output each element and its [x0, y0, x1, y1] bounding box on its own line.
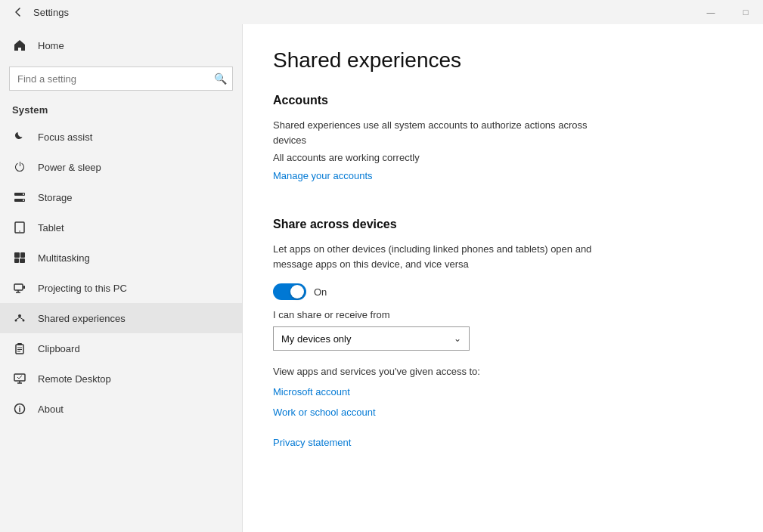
- sidebar-item-remote-desktop[interactable]: Remote Desktop: [0, 363, 242, 394]
- remote-icon: [12, 371, 27, 386]
- svg-line-17: [16, 317, 20, 320]
- share-from-label: I can share or receive from: [273, 309, 733, 320]
- sidebar-item-storage-label: Storage: [38, 192, 73, 203]
- share-toggle[interactable]: [273, 283, 306, 300]
- minimize-button[interactable]: —: [693, 0, 728, 24]
- sidebar-item-projecting-label: Projecting to this PC: [38, 283, 127, 294]
- microsoft-account-link[interactable]: Microsoft account: [273, 386, 733, 397]
- back-button[interactable]: [6, 0, 30, 24]
- shared-icon: [12, 311, 27, 326]
- sidebar-item-focus-assist-label: Focus assist: [38, 131, 92, 143]
- info-icon: [12, 401, 27, 416]
- tablet-icon: [12, 220, 27, 235]
- chevron-down-icon: ⌄: [454, 333, 461, 344]
- sidebar-item-home[interactable]: Home: [0, 30, 242, 60]
- clipboard-icon: [12, 341, 27, 356]
- sidebar: Home 🔍 System Focus assist Power & sleep: [0, 24, 242, 532]
- sidebar-item-home-label: Home: [38, 40, 64, 51]
- svg-rect-7: [20, 252, 25, 258]
- power-icon: [12, 159, 27, 175]
- accounts-section: Accounts Shared experiences use all syst…: [273, 94, 733, 200]
- moon-icon: [12, 129, 27, 144]
- sidebar-item-shared-experiences-label: Shared experiences: [38, 313, 126, 324]
- search-input[interactable]: [9, 66, 233, 91]
- svg-point-5: [19, 230, 20, 232]
- share-desc: Let apps on other devices (including lin…: [273, 242, 606, 271]
- dropdown-value: My devices only: [281, 333, 351, 345]
- system-section-label: System: [0, 100, 242, 122]
- search-icon: 🔍: [214, 73, 227, 85]
- multitask-icon: [12, 250, 27, 265]
- sidebar-item-storage[interactable]: Storage: [0, 182, 242, 212]
- accounts-section-title: Accounts: [273, 94, 733, 107]
- work-school-account-link[interactable]: Work or school account: [273, 407, 733, 418]
- sidebar-item-clipboard-label: Clipboard: [38, 343, 80, 354]
- sidebar-item-power-sleep-label: Power & sleep: [38, 162, 101, 173]
- sidebar-item-tablet[interactable]: Tablet: [0, 212, 242, 243]
- view-apps-text: View apps and services you've given acce…: [273, 366, 733, 377]
- share-section-title: Share across devices: [273, 218, 733, 231]
- sidebar-item-shared-experiences[interactable]: Shared experiences: [0, 303, 242, 333]
- page-title: Shared experiences: [273, 48, 733, 73]
- sidebar-item-remote-desktop-label: Remote Desktop: [38, 373, 111, 385]
- svg-line-18: [20, 317, 23, 320]
- sidebar-item-tablet-label: Tablet: [38, 222, 64, 234]
- svg-point-29: [19, 406, 20, 407]
- toggle-row: On: [273, 283, 733, 300]
- toggle-thumb: [290, 285, 304, 298]
- accounts-desc: Shared experiences use all system accoun…: [273, 118, 606, 147]
- home-icon: [12, 38, 27, 53]
- svg-rect-11: [23, 286, 25, 289]
- manage-accounts-link[interactable]: Manage your accounts: [273, 170, 373, 181]
- sidebar-item-multitasking[interactable]: Multitasking: [0, 243, 242, 273]
- svg-point-2: [23, 193, 24, 195]
- sidebar-item-multitasking-label: Multitasking: [38, 252, 90, 264]
- sidebar-item-focus-assist[interactable]: Focus assist: [0, 122, 242, 152]
- title-bar: Settings — □: [0, 0, 763, 24]
- privacy-statement-link[interactable]: Privacy statement: [273, 437, 351, 448]
- svg-point-14: [18, 314, 21, 317]
- svg-point-3: [23, 200, 24, 201]
- main-content: Shared experiences Accounts Shared exper…: [242, 24, 763, 532]
- svg-rect-8: [14, 258, 19, 263]
- app-title: Settings: [33, 7, 69, 18]
- project-icon: [12, 280, 27, 295]
- share-dropdown[interactable]: My devices only ⌄: [273, 326, 470, 351]
- svg-rect-10: [14, 284, 23, 290]
- sidebar-item-clipboard[interactable]: Clipboard: [0, 333, 242, 363]
- svg-rect-6: [14, 252, 20, 258]
- accounts-status: All accounts are working correctly: [273, 152, 733, 163]
- search-container: 🔍: [9, 66, 233, 91]
- sidebar-item-projecting[interactable]: Projecting to this PC: [0, 273, 242, 303]
- sidebar-item-about[interactable]: About: [0, 394, 242, 424]
- window-controls: — □: [693, 0, 763, 24]
- toggle-label: On: [314, 286, 327, 298]
- sidebar-item-power-sleep[interactable]: Power & sleep: [0, 152, 242, 182]
- storage-icon: [12, 190, 27, 205]
- svg-rect-20: [17, 343, 22, 345]
- share-across-devices-section: Share across devices Let apps on other d…: [273, 218, 733, 466]
- maximize-button[interactable]: □: [728, 0, 763, 24]
- svg-rect-9: [20, 258, 25, 263]
- sidebar-item-about-label: About: [38, 404, 64, 415]
